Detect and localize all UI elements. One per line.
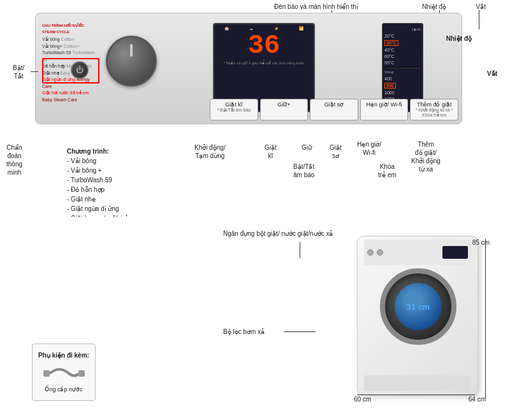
washer-btn-1	[367, 249, 374, 256]
btn-them-do-sub: * Khởi động từ xa * Khóa trẻ em	[414, 108, 455, 118]
accessory-title: Phụ kiện đi kèm:	[38, 352, 89, 359]
btn-giu-plus[interactable]: Giữ+	[260, 99, 309, 120]
label-vat-top: Vắt	[476, 3, 486, 10]
hen-gio-text: Hẹn giờ/ Wi-fi	[357, 140, 381, 157]
ngan-dung-label: Ngăn đựng bột giặt/ nước giặt/nước xả	[223, 229, 333, 238]
main-container: Đèn báo và màn hình hiển thị Nhiệt độ Vắ…	[0, 0, 510, 420]
accessory-name: Ống cấp nước	[45, 386, 82, 393]
temp-30-selected: 30°C	[384, 40, 421, 47]
giu-text: Giữ	[302, 143, 312, 152]
bat-tat-text: Bật/ Tắt	[13, 64, 24, 80]
them-do-text: Thêm đồ giặt/ Khởi động từ xa	[411, 140, 441, 173]
program-item: - Đồ hỗn hợp	[67, 185, 139, 194]
ngan-dung-text: Ngăn đựng bột giặt/ nước giặt/nước xả	[223, 229, 333, 238]
speed-1000: 1000	[384, 90, 421, 96]
bottom-section: Ngăn đựng bột giặt/ nước giặt/nước xả Bộ…	[0, 217, 510, 420]
bo-loc-label: Bộ lọc bơm xả	[223, 328, 265, 335]
spin-label-screen: Vòng	[384, 70, 421, 74]
giat-ki-bottom-label: Giặt kĩ	[265, 143, 277, 160]
temp-95-val: 95°C	[384, 61, 395, 65]
vat-right-text: Vắt	[487, 70, 497, 77]
ann-horiz	[357, 395, 475, 395]
bo-loc-text: Bộ lọc bơm xả	[223, 328, 265, 335]
temp-60-val: 60°C	[384, 54, 395, 59]
btn-giat-so[interactable]: Giặt sơ	[310, 99, 358, 120]
svg-rect-1	[78, 370, 85, 377]
ann-85	[485, 239, 486, 398]
btn-giat-ki[interactable]: Giặt kĩ * Bật/Tắt âm báo	[210, 99, 258, 120]
giat-ki-text: Giặt kĩ	[265, 143, 277, 160]
nhiet-do-right-text: Nhiệt độ	[446, 35, 472, 42]
temp-40-val: 40°C	[384, 48, 395, 52]
speed-800-selected: 800	[384, 82, 421, 89]
display-number: 36	[248, 33, 280, 59]
khoi-dong-text: Khởi động/ Tạm dừng	[194, 143, 226, 160]
washer-bottom-panel	[364, 375, 471, 391]
bat-tat-label: Bật/ Tắt	[13, 64, 24, 80]
washer-btn-2	[377, 249, 383, 256]
washer-body: 31 cm	[357, 236, 478, 395]
program-item: - Vải bông	[67, 156, 139, 166]
steam-cycle-title: CHU TRÌNH HƠI NƯỚC STEAM CYCLE	[42, 23, 96, 35]
svg-rect-0	[43, 370, 50, 377]
signal-icon: 📶	[299, 26, 303, 31]
dim-64-label: 64 cm	[469, 396, 486, 403]
giat-so-label: Giặt sơ	[330, 143, 342, 160]
home-icon: 🏠	[224, 26, 229, 31]
chan-doan-label: Chẩn đoán thông minh	[6, 143, 22, 177]
washer-panel	[364, 240, 471, 265]
temp-20-val: 20°C	[384, 34, 395, 38]
label-den-bao: Đèn báo và màn hình hiển thị	[274, 3, 358, 10]
washer-door: 31 cm	[380, 268, 456, 345]
vat-right-label: Vắt	[487, 70, 497, 77]
khoi-dong-label: Khởi động/ Tạm dừng	[194, 143, 226, 160]
wifi-icon: ☁	[249, 26, 253, 31]
washer-small-display	[442, 246, 468, 259]
control-panel: CHU TRÌNH HƠI NƯỚC STEAM CYCLE Vải bông …	[35, 13, 462, 124]
ann-bo-loc	[284, 331, 316, 332]
giat-so-text: Giặt sơ	[330, 143, 342, 160]
program-item: - Vải bông +	[67, 166, 139, 175]
btn-hen-gio-label: Hẹn giờ/ Wi-fi	[364, 101, 405, 108]
ann-line-vat	[479, 10, 479, 29]
btn-them-do-label: Thêm đồ giặt	[414, 101, 455, 108]
temp-40: 40°C	[384, 47, 421, 53]
buttons-row: Giặt kĩ * Bật/Tắt âm báo Giữ+ Giặt sơ Hẹ…	[210, 99, 458, 120]
prog-tre-em: Giặt hơi nước đồ trẻ em Baby Steam Care	[42, 90, 96, 103]
door-dimension-label: 31 cm	[407, 302, 430, 312]
btn-them-do[interactable]: Thêm đồ giặt * Khởi động từ xa * Khóa tr…	[410, 99, 458, 120]
temp-95: 95°C	[384, 60, 421, 66]
khoa-tre-em-text: Khóa trẻ em	[378, 163, 397, 179]
btn-giu-plus-label: Giữ+	[264, 101, 305, 108]
them-do-label: Thêm đồ giặt/ Khởi động từ xa	[411, 140, 441, 173]
dim-85-label: 85 cm	[472, 239, 490, 246]
dim-60-label: 60 cm	[354, 396, 371, 403]
program-item: - Giặt nhẹ	[67, 194, 139, 204]
temp-60: 60°C	[384, 54, 421, 59]
dial-knob[interactable]	[106, 36, 157, 87]
hose-svg	[43, 362, 85, 384]
speed-400: 400	[384, 76, 421, 82]
btn-hen-gio[interactable]: Hẹn giờ/ Wi-fi	[360, 99, 409, 120]
bat-tat-am-bao-label: Bật/Tắt âm báo	[293, 163, 314, 179]
bolt-icon: ⚡	[274, 26, 279, 31]
red-highlight-box	[42, 58, 99, 83]
label-nhiet-do-top: Nhiệt độ	[422, 3, 446, 10]
temp-20: 20°C	[384, 33, 421, 39]
btn-giat-ki-label: Giặt kĩ	[214, 101, 254, 108]
btn-giat-ki-sub: * Bật/Tắt âm báo	[214, 108, 254, 113]
ann-bat-tat	[31, 71, 38, 72]
nhiet-do-right-label: Nhiệt độ	[446, 35, 472, 42]
accessory-box: Phụ kiện đi kèm: Ống cấp nước	[32, 344, 96, 401]
btn-giat-so-label: Giặt sơ	[314, 101, 354, 108]
washer-image: 31 cm 85 cm 60 cm 64 cm	[344, 223, 491, 408]
chan-doan-text: Chẩn đoán thông minh	[6, 143, 22, 177]
giu-label: Giữ	[302, 143, 312, 152]
hint-text: * Nhấn và giữ 3 giây để mở các tính năng…	[224, 61, 305, 66]
chuong-trinh-title: Chương trình:	[67, 147, 139, 156]
screen-icons: 🏠 ☁ ⚡ 📶	[214, 26, 314, 31]
khoa-tre-em-label: Khóa trẻ em	[378, 163, 397, 179]
speed-800-val: 800	[384, 83, 396, 89]
temp-30-val: 30°C	[384, 40, 398, 46]
speed-1000-val: 1000	[384, 91, 395, 95]
